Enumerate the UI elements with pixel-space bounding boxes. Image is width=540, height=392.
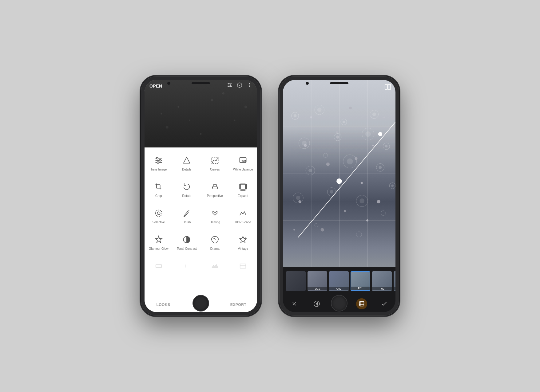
- confirm-button[interactable]: [379, 298, 390, 309]
- tool-crop-label: Crop: [155, 194, 162, 198]
- healing-icon: [209, 208, 220, 219]
- svg-marker-18: [184, 157, 190, 163]
- tool-details-label: Details: [182, 168, 192, 171]
- tool-expand-label: Expand: [238, 194, 248, 198]
- tool-healing[interactable]: Healing: [201, 203, 229, 229]
- tool-misc-3[interactable]: [201, 256, 229, 278]
- svg-point-10: [249, 85, 250, 86]
- film-strip: U01 U02 F01 F02: [283, 267, 395, 295]
- svg-point-83: [337, 179, 342, 184]
- film-thumb-u01[interactable]: U01: [308, 271, 327, 291]
- tools-row-3: Selective Brush: [145, 203, 257, 229]
- tune-icon[interactable]: [227, 82, 232, 89]
- film-thumb-f02[interactable]: F02: [372, 271, 392, 291]
- more-icon[interactable]: [247, 82, 252, 89]
- phone-2-screen: U01 U02 F01 F02: [283, 80, 395, 312]
- white-balance-icon: WB: [237, 155, 248, 166]
- tool-vintage[interactable]: Vintage: [229, 230, 257, 255]
- svg-line-33: [188, 210, 189, 212]
- tools-row-2: Crop Rotate: [145, 177, 257, 202]
- tool-hdr-scape[interactable]: HDR Scape: [229, 203, 257, 229]
- scene: OPEN: [141, 76, 399, 316]
- phone-2-content: U01 U02 F01 F02: [283, 80, 395, 312]
- film-thumb-a01[interactable]: A01: [394, 271, 395, 291]
- tool-curves[interactable]: Curves: [201, 151, 229, 176]
- phone-1-screen: OPEN: [145, 80, 257, 312]
- tool-rotate-label: Rotate: [182, 194, 191, 198]
- tool-glamour-glow[interactable]: Glamour Glow: [145, 230, 173, 255]
- crop-icon: [153, 181, 164, 192]
- svg-point-15: [156, 157, 158, 159]
- svg-line-35: [215, 211, 217, 213]
- svg-point-32: [155, 210, 162, 217]
- svg-text:WB: WB: [242, 159, 247, 162]
- open-button[interactable]: OPEN: [149, 84, 162, 88]
- svg-rect-93: [359, 301, 364, 306]
- nav-looks[interactable]: LOOKS: [145, 297, 182, 312]
- tool-crop[interactable]: Crop: [145, 177, 173, 202]
- tool-selective[interactable]: Selective: [145, 203, 173, 229]
- tool-tonal-contrast-label: Tonal Contrast: [177, 247, 197, 251]
- perspective-icon: [209, 181, 220, 192]
- tool-white-balance[interactable]: WB White Balance: [229, 151, 257, 176]
- tool-brush[interactable]: Brush: [173, 203, 201, 229]
- film-thumb-prev[interactable]: [286, 271, 306, 291]
- header-icons: [227, 82, 252, 89]
- speaker-2: [330, 82, 348, 84]
- home-button-1[interactable]: [193, 295, 209, 312]
- tool-misc-4[interactable]: [229, 256, 257, 278]
- tool-details[interactable]: Details: [173, 151, 201, 176]
- misc-2-icon: [181, 261, 192, 272]
- glamour-glow-icon: [153, 234, 164, 245]
- misc-3-icon: [209, 261, 220, 272]
- phone-2: U01 U02 F01 F02: [279, 76, 399, 316]
- tool-tonal-contrast[interactable]: Tonal Contrast: [173, 230, 201, 255]
- misc-4-icon: [237, 261, 248, 272]
- cancel-button[interactable]: [289, 298, 300, 309]
- compare-icon[interactable]: [384, 84, 391, 92]
- tool-selective-label: Selective: [152, 221, 165, 224]
- tools-row-5: [145, 256, 257, 278]
- tools-row-4: Glamour Glow Tonal Contrast: [145, 230, 257, 255]
- home-button-2[interactable]: [331, 295, 347, 312]
- vintage-icon: [237, 234, 248, 245]
- svg-point-84: [379, 132, 382, 136]
- tool-perspective-label: Perspective: [207, 194, 223, 198]
- tool-hdr-scape-label: HDR Scape: [235, 221, 251, 224]
- selective-icon: [153, 208, 164, 219]
- tool-white-balance-label: White Balance: [233, 168, 253, 171]
- svg-point-4: [230, 85, 231, 86]
- tool-drama[interactable]: Drama: [201, 230, 229, 255]
- tools-row-1: Tune Image Details: [145, 151, 257, 176]
- film-thumb-u02[interactable]: U02: [329, 271, 349, 291]
- restore-button[interactable]: [311, 298, 322, 309]
- brush-icon: [181, 208, 192, 219]
- tool-brush-label: Brush: [183, 221, 191, 224]
- tool-glamour-glow-label: Glamour Glow: [149, 247, 169, 251]
- curves-icon: [209, 155, 220, 166]
- tool-perspective[interactable]: Perspective: [201, 177, 229, 202]
- info-icon[interactable]: [237, 82, 242, 89]
- phone-1-content: OPEN: [145, 80, 257, 312]
- tool-tune-image-label: Tune Image: [150, 168, 167, 171]
- tonal-contrast-icon: [181, 234, 192, 245]
- film-thumb-f01[interactable]: F01: [351, 271, 370, 291]
- svg-line-34: [213, 211, 215, 213]
- curve-svg: [283, 80, 395, 267]
- curves-photo: [283, 80, 395, 267]
- stacks-button[interactable]: [356, 298, 367, 309]
- tool-rotate[interactable]: Rotate: [173, 177, 201, 202]
- svg-point-5: [229, 86, 230, 87]
- tool-tune-image[interactable]: Tune Image: [145, 151, 173, 176]
- tool-vintage-label: Vintage: [238, 247, 248, 251]
- tool-curves-label: Curves: [210, 168, 220, 171]
- nav-export[interactable]: EXPORT: [220, 297, 257, 312]
- svg-point-31: [157, 212, 160, 214]
- tool-healing-label: Healing: [210, 221, 220, 224]
- tool-misc-2[interactable]: [173, 256, 201, 278]
- tool-drama-label: Drama: [210, 247, 220, 251]
- drama-icon: [209, 234, 220, 245]
- tool-expand[interactable]: Expand: [229, 177, 257, 202]
- tool-misc-1[interactable]: [145, 256, 173, 278]
- tools-grid: Tune Image Details: [145, 147, 257, 297]
